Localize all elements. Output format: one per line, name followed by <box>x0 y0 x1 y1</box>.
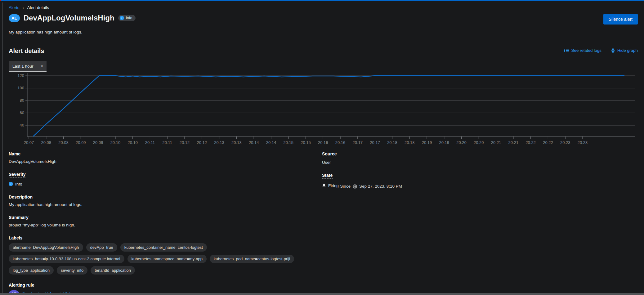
svg-text:20:18: 20:18 <box>405 140 415 145</box>
svg-text:20:15: 20:15 <box>283 140 293 145</box>
label-chip: kubernetes_host=ip-10-0-93-108.us-east-2… <box>9 255 124 263</box>
svg-text:20:21: 20:21 <box>508 140 519 145</box>
horizontal-scrollbar[interactable] <box>0 293 644 295</box>
page-header: AL DevAppLogVolumeIsHigh i Info <box>9 14 644 22</box>
svg-text:20:16: 20:16 <box>318 140 328 145</box>
label-chip: kubernetes_pod_name=centos-logtest-prljl <box>210 255 294 263</box>
field-state-value: Firing <box>322 183 339 188</box>
field-description: Description My application has high amou… <box>9 194 322 207</box>
breadcrumb-separator-icon: › <box>23 5 24 10</box>
hide-graph-label: Hide graph <box>617 48 638 53</box>
field-name-value: DevAppLogVolumeIsHigh <box>9 159 322 164</box>
state-since: Since Sep 27, 2023, 8:10 PM <box>340 184 402 189</box>
see-related-logs-label: See related logs <box>571 48 602 53</box>
svg-text:20:09: 20:09 <box>93 140 103 145</box>
window-top-accent-red <box>0 0 1 1</box>
info-icon: i <box>120 16 124 20</box>
field-description-value: My application has high amount of logs. <box>9 202 322 207</box>
hide-graph-link[interactable]: Hide graph <box>611 48 638 53</box>
label-chip: alertname=DevAppLogVolumeIsHigh <box>9 243 83 252</box>
field-description-label: Description <box>9 194 322 199</box>
bell-icon <box>322 183 326 188</box>
field-summary-value: project "my-app" log volume is high. <box>9 223 322 227</box>
alert-resource-badge: AL <box>9 14 20 22</box>
field-alerting-rule-label: Alerting rule <box>9 283 322 288</box>
svg-text:20:19: 20:19 <box>422 140 432 145</box>
svg-text:20:22: 20:22 <box>525 140 536 145</box>
field-name-label: Name <box>9 151 322 156</box>
alert-value-chart: 40608010012020:0720:0820:0820:0920:0920:… <box>0 73 644 148</box>
see-related-logs-link[interactable]: See related logs <box>564 48 602 53</box>
label-chip: log_type=application <box>9 266 54 275</box>
alert-details-section-header: Alert details See related logs Hide grap… <box>0 47 644 55</box>
svg-text:40: 40 <box>20 123 24 127</box>
since-label: Since <box>340 184 351 189</box>
breadcrumb: Alerts › Alert details <box>0 1 644 10</box>
alert-detail-fields: Name DevAppLogVolumeIsHigh Severity i In… <box>0 148 644 295</box>
info-icon: i <box>9 182 13 186</box>
svg-text:20:18: 20:18 <box>387 140 397 145</box>
details-right-column: Source User State Firing Since <box>322 151 635 295</box>
field-labels: Labels alertname=DevAppLogVolumeIsHighde… <box>9 235 322 275</box>
svg-text:100: 100 <box>17 86 24 90</box>
severity-value-text: Info <box>15 182 22 186</box>
field-source-label[interactable]: Source <box>322 151 337 157</box>
page-title: DevAppLogVolumeIsHigh <box>24 14 114 22</box>
list-icon <box>564 48 569 52</box>
svg-text:20:11: 20:11 <box>145 140 155 145</box>
field-summary-label: Summary <box>9 215 322 220</box>
svg-text:20:07: 20:07 <box>24 140 34 145</box>
field-labels-label: Labels <box>9 235 322 240</box>
since-timestamp: Sep 27, 2023, 8:10 PM <box>359 184 402 189</box>
label-chip: severity=info <box>57 266 87 275</box>
window-top-accent-bar <box>0 0 644 1</box>
silence-alert-button[interactable]: Silence alert <box>603 14 638 25</box>
svg-text:20:22: 20:22 <box>543 140 553 145</box>
left-scrollbar[interactable] <box>2 2 3 295</box>
time-range-select[interactable]: Last 1 hour ▾ <box>9 61 47 72</box>
svg-text:20:20: 20:20 <box>456 140 467 145</box>
field-source-value: User <box>322 160 635 165</box>
breadcrumb-current: Alert details <box>27 5 49 10</box>
svg-text:20:10: 20:10 <box>110 140 121 145</box>
svg-text:20:08: 20:08 <box>58 140 69 145</box>
svg-text:20:19: 20:19 <box>439 140 449 145</box>
svg-text:120: 120 <box>17 73 24 78</box>
svg-text:20:13: 20:13 <box>231 140 242 145</box>
globe-icon <box>353 184 357 189</box>
compress-icon <box>611 48 615 53</box>
svg-text:60: 60 <box>20 110 24 115</box>
severity-badge: i Info <box>118 15 136 21</box>
svg-text:20:09: 20:09 <box>76 140 86 145</box>
labels-list: alertname=DevAppLogVolumeIsHighdevApp=tr… <box>9 243 322 275</box>
svg-text:20:13: 20:13 <box>214 140 224 145</box>
svg-text:20:15: 20:15 <box>301 140 311 145</box>
field-severity-label[interactable]: Severity <box>9 172 25 178</box>
svg-text:20:20: 20:20 <box>474 140 484 145</box>
label-chip: kubernetes_container_name=centos-logtest <box>120 243 207 252</box>
alert-chart-svg: 40608010012020:0720:0820:0820:0920:0920:… <box>0 73 639 148</box>
section-title: Alert details <box>9 47 44 55</box>
svg-text:20:23: 20:23 <box>578 140 588 145</box>
label-chip: tenantId=application <box>91 266 135 275</box>
svg-text:20:17: 20:17 <box>370 140 380 145</box>
svg-text:20:08: 20:08 <box>41 140 51 145</box>
svg-text:20:10: 20:10 <box>127 140 138 145</box>
field-summary: Summary project "my-app" log volume is h… <box>9 215 322 227</box>
svg-text:20:12: 20:12 <box>180 140 190 145</box>
svg-text:80: 80 <box>20 98 24 103</box>
field-state-label[interactable]: State <box>322 173 333 179</box>
svg-text:20:14: 20:14 <box>249 140 259 145</box>
svg-text:20:11: 20:11 <box>162 140 172 145</box>
svg-text:20:16: 20:16 <box>335 140 346 145</box>
details-left-column: Name DevAppLogVolumeIsHigh Severity i In… <box>9 151 322 295</box>
svg-text:20:23: 20:23 <box>560 140 570 145</box>
breadcrumb-link-alerts[interactable]: Alerts <box>9 5 20 10</box>
header-description: My application has high amount of logs. <box>9 30 644 34</box>
field-state: State Firing Since Sep 27, 2023, 8 <box>322 173 635 189</box>
state-value-text: Firing <box>328 183 339 188</box>
time-range-value: Last 1 hour <box>12 64 34 69</box>
field-severity-value: i Info <box>9 182 22 186</box>
field-source: Source User <box>322 151 635 165</box>
field-severity: Severity i Info <box>9 172 322 186</box>
